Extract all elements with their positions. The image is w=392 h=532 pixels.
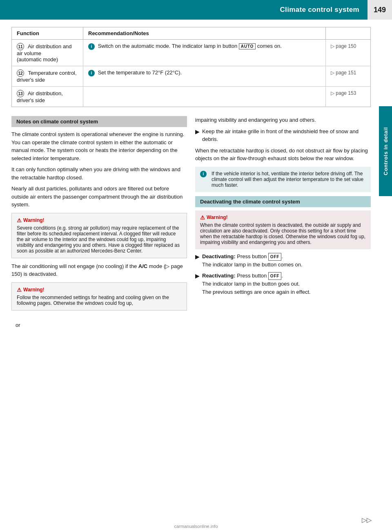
warning-icon-2: ⚠	[17, 287, 22, 293]
header-title: Climate control system	[280, 6, 359, 14]
table-cell-rec-2: i Set the temperature to 72°F (22°C).	[83, 66, 326, 87]
watermark: carmanualsonline.info	[174, 524, 218, 529]
react-sub-2: The previous settings are once again in …	[202, 289, 311, 295]
rec-text-1: Switch on the automatic mode. The indica…	[98, 43, 282, 49]
auto-button-label: AUTO	[239, 43, 256, 49]
table-cell-function-3: 13 Air distribution,driver's side	[12, 87, 83, 107]
table-row: 13 Air distribution,driver's side ▷ page…	[12, 87, 371, 107]
row-number-2: 12	[17, 69, 24, 77]
bullet-reactivating: ▶ Reactivating: Press button OFF. The in…	[195, 272, 371, 296]
warning-title-2: ⚠ Warning!	[17, 287, 182, 293]
table-cell-rec-3	[83, 87, 326, 107]
warning-box-1: ⚠ Warning! Severe conditions (e.g. stron…	[11, 213, 187, 258]
deact-warning-title: ⚠ Warning!	[200, 215, 366, 221]
deactivating-section: Deactivating the climate control system …	[195, 196, 371, 296]
deact-warning-text: When the climate control system is deact…	[200, 222, 365, 245]
para-continue: impairing visibility and endangering you…	[195, 116, 371, 124]
deact-warning-icon: ⚠	[200, 215, 205, 221]
watermark-text: carmanualsonline.info	[174, 524, 218, 529]
bullet-arrow-icon-1: ▶	[195, 127, 200, 143]
two-column-layout: Notes on climate control system The clim…	[11, 116, 371, 315]
para-3: Nearly all dust particles, pollutants an…	[11, 185, 187, 209]
nav-arrows-text: ▷▷	[362, 516, 372, 523]
deact-warning-label: Warning!	[207, 215, 228, 220]
warning-title-1: ⚠ Warning!	[17, 217, 182, 224]
page-ref-1: ▷ page 150	[331, 43, 356, 49]
table-cell-function-1: 11 Air distribution andair volume(automa…	[12, 40, 83, 66]
table-cell-rec-1: i Switch on the automatic mode. The indi…	[83, 40, 326, 66]
info-icon-box: i	[200, 171, 207, 177]
warning-icon-1: ⚠	[17, 217, 22, 224]
para-hardtop: When the retractable hardtop is closed, …	[195, 147, 371, 163]
footer-or: or	[11, 322, 371, 328]
warning-label-1: Warning!	[23, 217, 45, 223]
bullet-keep-grille-text: Keep the air intake grille in front of t…	[202, 127, 371, 143]
para-4: The air conditioning will not engage (no…	[11, 262, 187, 278]
warning-label-2: Warning!	[23, 287, 45, 293]
function-table: Function Recommendation/Notes 11 Air dis…	[11, 27, 371, 107]
main-content: Function Recommendation/Notes 11 Air dis…	[0, 20, 379, 336]
deact-section-header-text: Deactivating the climate control system	[200, 199, 300, 205]
page-number: 149	[368, 0, 392, 20]
react-label: Reactivating:	[202, 273, 236, 279]
deact-label: Deactivating:	[202, 253, 236, 259]
notes-section-header: Notes on climate control system	[11, 116, 187, 127]
right-column: impairing visibility and endangering you…	[195, 116, 371, 315]
function-text-2: Temperature control,driver's side	[17, 70, 77, 83]
header-bar: Climate control system 149	[0, 0, 392, 20]
off-button-react: OFF	[268, 272, 281, 280]
deact-period: .	[281, 253, 283, 259]
table-cell-page-1: ▷ page 150	[326, 40, 371, 66]
info-box-text: If the vehicle interior is hot, ventilat…	[212, 171, 366, 188]
table-row: 11 Air distribution andair volume(automa…	[12, 40, 371, 66]
or-text: or	[16, 322, 20, 328]
table-cell-function-2: 12 Temperature control,driver's side	[12, 66, 83, 87]
bullet-keep-grille: ▶ Keep the air intake grille in front of…	[195, 127, 371, 143]
rec-text-2: Set the temperature to 72°F (22°C).	[98, 69, 182, 76]
table-cell-page-3: ▷ page 153	[326, 87, 371, 107]
side-label-container: Controls in detail	[379, 106, 392, 196]
row-number-1: 11	[17, 43, 24, 50]
bullet-arrow-react: ▶	[195, 272, 200, 296]
function-text-1: Air distribution andair volume(automatic…	[17, 43, 72, 63]
table-header-page	[326, 27, 371, 40]
warning-box-2: ⚠ Warning! Follow the recommended settin…	[11, 282, 187, 311]
off-button-deact: OFF	[268, 253, 281, 261]
table-header-rec: Recommendation/Notes	[83, 27, 326, 40]
react-press-text: Press button	[236, 273, 268, 279]
table-header-function: Function	[12, 27, 83, 40]
table-cell-page-2: ▷ page 151	[326, 66, 371, 87]
warning-text-1: Severe conditions (e.g. strong air pollu…	[17, 225, 180, 254]
bullet-deactivating: ▶ Deactivating: Press button OFF. The in…	[195, 253, 371, 269]
info-icon-1: i	[88, 43, 95, 50]
react-sub-1: The indicator lamp in the button goes ou…	[202, 281, 300, 287]
warning-text-2: Follow the recommended settings for heat…	[17, 295, 169, 306]
table-row: 12 Temperature control,driver's side i S…	[12, 66, 371, 87]
para-1: The climate control system is operationa…	[11, 130, 187, 162]
react-period: .	[281, 273, 283, 279]
info-box: i If the vehicle interior is hot, ventil…	[195, 167, 371, 192]
para-2: It can only function optimally when you …	[11, 165, 187, 181]
ac-mode-label: A/C	[138, 263, 147, 269]
deact-section-header: Deactivating the climate control system	[195, 196, 371, 207]
deact-press-text: Press button	[236, 253, 268, 259]
bullet-arrow-deact: ▶	[195, 253, 200, 269]
deact-warning-box: ⚠ Warning! When the climate control syst…	[195, 210, 371, 249]
para-4-prefix: The air conditioning will not engage (no…	[11, 263, 138, 269]
nav-arrows: ▷▷	[362, 516, 372, 524]
page-ref-2: ▷ page 151	[331, 70, 356, 76]
info-icon-2: i	[88, 70, 95, 76]
bullet-deact-content: Deactivating: Press button OFF. The indi…	[202, 253, 303, 269]
deact-sub: The indicator lamp in the button comes o…	[202, 262, 303, 268]
header-teal-bg: Climate control system	[0, 0, 368, 20]
page-ref-3: ▷ page 153	[331, 90, 356, 96]
bullet-react-content: Reactivating: Press button OFF. The indi…	[202, 272, 311, 296]
row-number-3: 13	[17, 90, 24, 97]
side-label-text: Controls in detail	[383, 127, 389, 175]
left-column: Notes on climate control system The clim…	[11, 116, 187, 315]
